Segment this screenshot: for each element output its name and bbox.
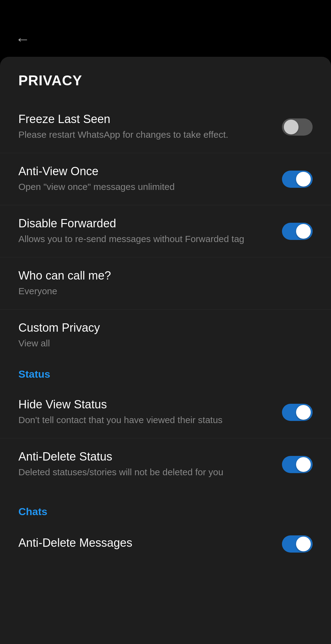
setting-subtitle-disable-forwarded: Allows you to re-send messages without F…: [18, 233, 270, 245]
toggle-knob-disable-forwarded: [296, 224, 311, 239]
setting-title-custom-privacy: Custom Privacy: [18, 321, 313, 334]
setting-text-disable-forwarded: Disable Forwarded Allows you to re-send …: [18, 217, 282, 245]
toggle-knob-anti-delete-messages: [296, 537, 311, 551]
toggle-anti-delete-messages[interactable]: [282, 535, 313, 553]
setting-subtitle-hide-view-status: Don't tell contact that you have viewed …: [18, 414, 270, 426]
toggle-freeze-last-seen[interactable]: [282, 118, 313, 136]
toggle-disable-forwarded[interactable]: [282, 223, 313, 240]
setting-subtitle-anti-view-once: Open "view once" messages unlimited: [18, 180, 270, 193]
setting-text-anti-delete-messages: Anti-Delete Messages: [18, 536, 282, 552]
toggle-knob-anti-delete-status: [296, 457, 311, 472]
back-button-area[interactable]: ←: [0, 25, 331, 54]
setting-subtitle-who-can-call: Everyone: [18, 285, 313, 298]
toggle-knob-freeze-last-seen: [284, 120, 299, 134]
toggle-knob-hide-view-status: [296, 405, 311, 420]
section-label-status: Status: [0, 356, 331, 386]
setting-item-custom-privacy[interactable]: Custom Privacy View all: [0, 310, 331, 356]
setting-item-disable-forwarded[interactable]: Disable Forwarded Allows you to re-send …: [0, 205, 331, 257]
setting-text-anti-view-once: Anti-View Once Open "view once" messages…: [18, 165, 282, 193]
status-bar: [0, 0, 331, 25]
setting-item-anti-delete-messages[interactable]: Anti-Delete Messages: [0, 524, 331, 564]
back-arrow-icon[interactable]: ←: [15, 31, 30, 48]
section-label-chats: Chats: [0, 490, 331, 524]
setting-subtitle-anti-delete-status: Deleted statuses/stories will not be del…: [18, 466, 270, 479]
setting-title-anti-delete-status: Anti-Delete Status: [18, 450, 270, 463]
setting-title-who-can-call: Who can call me?: [18, 269, 313, 282]
setting-text-anti-delete-status: Anti-Delete Status Deleted statuses/stor…: [18, 450, 282, 479]
setting-item-freeze-last-seen[interactable]: Freeze Last Seen Please restart WhatsApp…: [0, 101, 331, 153]
setting-text-hide-view-status: Hide View Status Don't tell contact that…: [18, 398, 282, 426]
setting-title-hide-view-status: Hide View Status: [18, 398, 270, 411]
setting-text-freeze-last-seen: Freeze Last Seen Please restart WhatsApp…: [18, 113, 282, 141]
toggle-anti-view-once[interactable]: [282, 171, 313, 188]
setting-title-anti-view-once: Anti-View Once: [18, 165, 270, 178]
setting-subtitle-freeze-last-seen: Please restart WhatsApp for changes to t…: [18, 128, 270, 141]
setting-title-disable-forwarded: Disable Forwarded: [18, 217, 270, 230]
setting-item-who-can-call[interactable]: Who can call me? Everyone: [0, 257, 331, 310]
toggle-knob-anti-view-once: [296, 172, 311, 187]
setting-item-hide-view-status[interactable]: Hide View Status Don't tell contact that…: [0, 386, 331, 438]
toggle-anti-delete-status[interactable]: [282, 456, 313, 473]
setting-item-anti-view-once[interactable]: Anti-View Once Open "view once" messages…: [0, 153, 331, 205]
setting-title-freeze-last-seen: Freeze Last Seen: [18, 113, 270, 126]
setting-title-anti-delete-messages: Anti-Delete Messages: [18, 536, 270, 550]
content-card: PRIVACY Freeze Last Seen Please restart …: [0, 57, 331, 644]
page-title: PRIVACY: [0, 72, 331, 101]
toggle-hide-view-status[interactable]: [282, 404, 313, 421]
setting-subtitle-custom-privacy: View all: [18, 337, 313, 350]
setting-item-anti-delete-status[interactable]: Anti-Delete Status Deleted statuses/stor…: [0, 438, 331, 490]
